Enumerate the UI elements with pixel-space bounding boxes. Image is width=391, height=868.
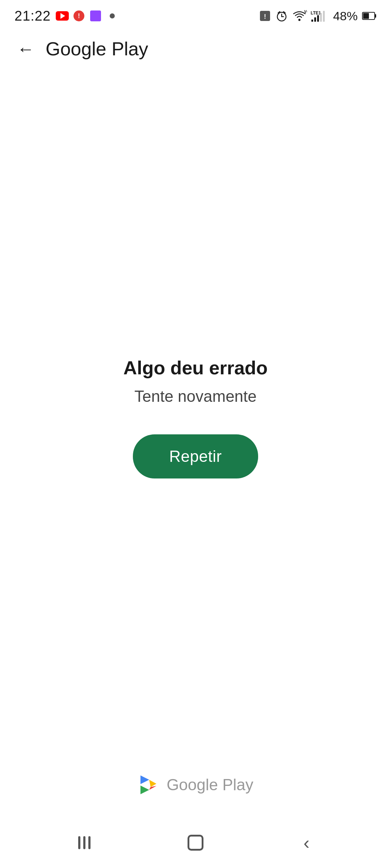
svg-text:LTE1: LTE1 bbox=[311, 10, 321, 16]
svg-point-8 bbox=[298, 19, 300, 21]
google-play-logo-icon bbox=[138, 774, 159, 796]
back-arrow-icon: ← bbox=[17, 39, 34, 59]
status-bar: 21:22 ! bbox=[0, 0, 391, 29]
svg-rect-13 bbox=[320, 13, 322, 22]
error-content: Algo deu errado Tente novamente Repetir bbox=[0, 69, 391, 767]
svg-text:!: ! bbox=[264, 13, 266, 20]
youtube-icon bbox=[56, 9, 69, 22]
svg-text:VO: VO bbox=[304, 10, 307, 14]
status-left: 21:22 bbox=[14, 8, 119, 24]
battery-icon bbox=[362, 10, 377, 21]
back-button[interactable]: ← bbox=[13, 36, 38, 61]
page-title: Google Play bbox=[46, 38, 148, 60]
wifi-icon: VO bbox=[292, 9, 307, 22]
svg-rect-16 bbox=[363, 13, 369, 19]
home-button[interactable] bbox=[181, 828, 210, 857]
battery-percentage: 48% bbox=[333, 9, 358, 23]
svg-rect-12 bbox=[317, 15, 319, 22]
bottom-logo: Google Play bbox=[0, 774, 391, 796]
youtube-shape bbox=[56, 11, 69, 21]
google-play-label: Google Play bbox=[167, 776, 253, 794]
svg-rect-11 bbox=[314, 17, 316, 22]
nav-bar: ‹ bbox=[0, 817, 391, 868]
notification-dot-icon bbox=[72, 9, 85, 22]
dot-icon bbox=[106, 9, 119, 22]
error-subtitle: Tente novamente bbox=[134, 387, 257, 405]
system-back-button[interactable]: ‹ bbox=[292, 828, 321, 857]
svg-rect-10 bbox=[311, 20, 313, 22]
app-bar: ← Google Play bbox=[0, 29, 391, 69]
system-back-icon: ‹ bbox=[303, 832, 310, 853]
retry-button[interactable]: Repetir bbox=[133, 434, 258, 478]
svg-rect-17 bbox=[375, 14, 376, 18]
status-time: 21:22 bbox=[14, 8, 51, 24]
home-icon bbox=[188, 835, 203, 851]
twitch-shape bbox=[90, 10, 101, 21]
shield-icon: ! bbox=[258, 9, 272, 22]
alarm-icon bbox=[275, 9, 288, 22]
recent-apps-icon bbox=[78, 836, 91, 849]
dot-shape bbox=[110, 13, 115, 18]
twitch-icon bbox=[89, 9, 102, 22]
system-icons: ! VO LTE1 bbox=[258, 9, 329, 22]
recent-apps-button[interactable] bbox=[70, 828, 99, 857]
status-right: ! VO LTE1 bbox=[258, 9, 377, 23]
lte-signal-icon: LTE1 bbox=[311, 9, 329, 22]
status-icons bbox=[56, 9, 119, 22]
error-title: Algo deu errado bbox=[123, 357, 268, 379]
red-dot-shape bbox=[73, 10, 84, 21]
svg-rect-14 bbox=[323, 11, 325, 22]
